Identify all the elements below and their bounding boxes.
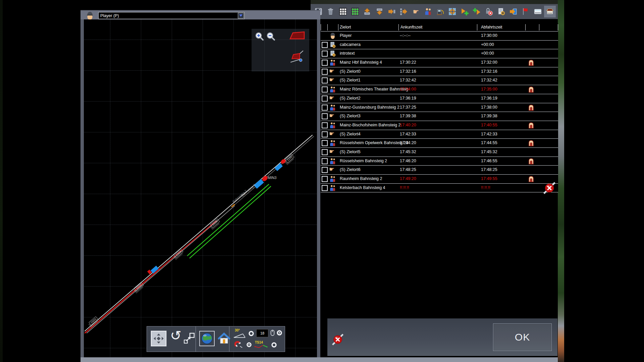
insert-before-icon[interactable] [399, 7, 408, 16]
scenario-editor-screen: ☛ Player (P) [0, 0, 644, 362]
station-view-icon[interactable] [545, 7, 554, 16]
timetable-row[interactable]: ☛(S) Zielort217:36:1917:36:19 [321, 94, 558, 103]
add-driver-icon[interactable] [460, 7, 469, 16]
zoom-in-icon[interactable] [254, 32, 264, 42]
departure-time: 17:40:55 [481, 121, 497, 129]
grid-large-icon[interactable] [351, 7, 360, 16]
departure-time: 17:32:16 [481, 67, 497, 76]
arrival-time: 17:39:38 [400, 112, 416, 120]
ts-radio[interactable] [271, 342, 277, 348]
gradient-value: 18 [256, 329, 268, 337]
timetable-row[interactable]: Mainz-Bischofsheim Bahnsteig 217:40:2017… [321, 121, 558, 130]
fuel-point-icon[interactable] [436, 7, 445, 16]
station-icon [528, 122, 534, 129]
driver-avatar-icon [329, 32, 336, 40]
select-hand-icon[interactable]: ☛ [412, 7, 421, 16]
row-checkbox[interactable] [322, 77, 328, 83]
row-checkbox[interactable] [322, 122, 328, 128]
map-left-border [80, 19, 84, 362]
globe-view-button[interactable] [199, 331, 215, 346]
row-checkbox[interactable] [322, 42, 328, 48]
invalid-stop-icon[interactable] [542, 181, 557, 195]
track-map[interactable]: 15011502150415061160MIN3Bahnsteig 2Bahns… [84, 19, 317, 362]
move-tool-button[interactable] [183, 332, 195, 344]
arrival-time: 17:46:20 [400, 157, 416, 165]
rotate-tool-button[interactable]: ↺ [168, 329, 183, 346]
timetable-row[interactable]: ☛(S) Zielort617:48:2517:48:25 [321, 166, 558, 175]
timetable-row[interactable]: introtext+00:00 [321, 49, 558, 58]
ok-button[interactable]: OK [493, 323, 552, 351]
station-icon [528, 59, 534, 66]
grid-small-icon[interactable] [338, 7, 347, 16]
chevron-down-icon[interactable] [238, 13, 244, 18]
delete-icon[interactable] [326, 7, 335, 16]
row-checkbox[interactable] [322, 86, 328, 93]
remove-lock-icon[interactable] [484, 7, 493, 16]
pan-tool-button[interactable] [151, 331, 166, 346]
station-icon [528, 158, 534, 165]
timetable-row[interactable]: ☛(S) Zielort317:39:3817:39:38 [321, 112, 558, 121]
timetable-row[interactable]: Rüsselsheim Opelwerk Bahnsteig 2317:44:2… [321, 139, 558, 148]
timetable-view-icon[interactable] [533, 7, 542, 16]
col-ankunftszeit: Ankunftszeit [400, 25, 422, 29]
row-checkbox[interactable] [322, 113, 328, 119]
row-checkbox[interactable] [322, 105, 328, 111]
row-checkbox[interactable] [322, 149, 328, 155]
col-zielort: Zielort [340, 25, 351, 29]
timetable-row[interactable]: Mainz-Gustavsburg Bahnsteig 217:37:2517:… [321, 103, 558, 112]
row-checkbox[interactable] [322, 158, 328, 164]
passengers-icon [329, 139, 336, 147]
departure-time: +00:00 [481, 41, 494, 49]
scenario-properties-icon[interactable] [497, 7, 506, 16]
row-checkbox[interactable] [322, 131, 328, 137]
area-marker-edit-icon[interactable] [289, 50, 305, 64]
zoom-out-icon[interactable] [266, 32, 276, 42]
timetable-header: Zielort Ankunftszeit Abfahrtszeit [321, 23, 558, 32]
row-checkbox[interactable] [322, 176, 328, 182]
passengers-icon[interactable] [424, 7, 433, 16]
waypoint-hand-icon: ☛ [329, 148, 336, 156]
row-checkbox[interactable] [322, 185, 328, 191]
timetable-row[interactable]: ☛(S) Zielort017:32:1617:32:16 [321, 67, 558, 76]
timetable-row[interactable]: ☛(S) Zielort517:45:3217:45:32 [321, 148, 558, 157]
raise-terrain-icon[interactable] [363, 7, 372, 16]
row-checkbox[interactable] [322, 140, 328, 146]
consist-dropdown[interactable]: Player (P) [98, 12, 245, 19]
timetable-row[interactable]: Kelsterbach Bahnsteig 4!!:!!:!!!!:!!:!! [321, 184, 558, 193]
timetable-row[interactable]: Raunheim Bahnsteig 217:49:2017:49:55 [321, 175, 558, 184]
snap-radio[interactable] [246, 342, 252, 348]
destination-label: Player [340, 32, 352, 40]
timetable-row[interactable]: Mainz Römisches Theater Bahnsteig17:34:0… [321, 85, 558, 94]
lower-terrain-icon[interactable] [375, 7, 384, 16]
timetable-row[interactable]: Mainz Hbf Bahnsteig 417:30:2217:32:00 [321, 58, 558, 67]
departure-time: 17:45:32 [481, 148, 497, 156]
waypoint-hand-icon: ☛ [329, 113, 336, 120]
timetable-row[interactable]: ☛(S) Zielort417:42:3317:42:33 [321, 130, 558, 139]
timetable-row[interactable]: Player--:--:--17:30:00 [321, 32, 558, 41]
home-view-button[interactable] [217, 332, 231, 345]
timetable-row[interactable]: Rüsselsheim Bahnsteig 217:46:2017:46:55 [321, 157, 558, 166]
timetable-row[interactable]: cabcamera+00:00 [321, 41, 558, 50]
enter-portal-icon[interactable] [509, 7, 518, 16]
abort-icon[interactable] [331, 333, 345, 347]
departure-time: !!:!!:!! [481, 184, 490, 192]
insert-after-icon[interactable] [387, 7, 396, 16]
row-checkbox[interactable] [322, 51, 328, 57]
departure-time: 17:44:55 [481, 139, 497, 147]
flag-icon[interactable] [521, 7, 530, 16]
passengers-icon [329, 59, 336, 66]
waypoint-hand-icon: ☛ [329, 77, 336, 84]
add-service-icon[interactable] [472, 7, 481, 16]
row-checkbox[interactable] [322, 60, 328, 66]
arrival-time: 17:34:00 [400, 85, 416, 94]
driver-avatar-icon [86, 11, 94, 20]
timetable-row[interactable]: ☛(S) Zielort117:32:4217:32:42 [321, 76, 558, 85]
row-checkbox[interactable] [322, 69, 328, 75]
gradient-radio[interactable] [248, 330, 254, 337]
center-view-icon[interactable] [448, 7, 457, 16]
destination-label: Rüsselsheim Bahnsteig 2 [340, 157, 387, 165]
mouse-radio[interactable] [276, 330, 282, 336]
row-checkbox[interactable] [322, 167, 328, 173]
row-checkbox[interactable] [322, 96, 328, 102]
area-marker-icon[interactable] [288, 31, 306, 41]
